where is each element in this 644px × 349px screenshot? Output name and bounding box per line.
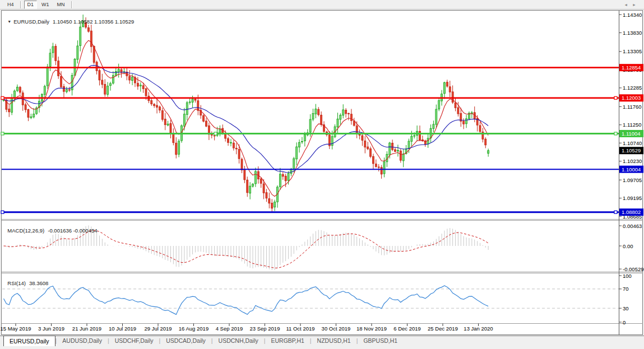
toolbar-divider xyxy=(20,1,21,8)
timeframe-button-h4[interactable]: H4 xyxy=(4,1,17,9)
chart-canvas: 1.143401.138301.133051.127951.122851.117… xyxy=(0,0,644,349)
date-label: 13 Jan 2020 xyxy=(464,325,493,332)
price-axis-label: 1.13830 xyxy=(623,30,642,36)
rsi-axis-label: 30 xyxy=(623,305,629,311)
date-label: 25 Dec 2019 xyxy=(428,325,458,332)
price-axis-label: 1.12285 xyxy=(623,85,642,91)
date-label: 10 Jul 2019 xyxy=(109,325,136,332)
price-axis-label: 1.14340 xyxy=(623,12,642,18)
chart-window-frame xyxy=(2,11,643,335)
price-badge-label: 1.08802 xyxy=(622,209,641,215)
date-label: 18 Nov 2019 xyxy=(356,325,387,332)
price-axis-label: 1.10230 xyxy=(623,158,642,164)
timeframe-toolbar: H4D1W1MN xyxy=(0,0,644,10)
macd-title: MACD(12,26,9)-0.001636 -0.000454 xyxy=(4,221,98,234)
macd-values: -0.001636 -0.000454 xyxy=(48,227,97,234)
tab-scroll-arrows: ◄► xyxy=(624,3,641,7)
macd-axis-label: 0.00463 xyxy=(623,223,642,229)
hline-handle[interactable] xyxy=(214,132,217,135)
hline-handle[interactable] xyxy=(614,96,617,99)
date-label: 11 Oct 2019 xyxy=(286,325,314,332)
chart-dropdown-icon[interactable]: ▼ xyxy=(7,20,11,24)
hline-handle[interactable] xyxy=(1,132,4,135)
price-axis-label: 1.09195 xyxy=(623,195,642,201)
date-label: 4 Sep 2019 xyxy=(216,325,243,332)
price-axis-label: 1.11250 xyxy=(623,122,642,128)
price-axis-label: 1.11760 xyxy=(623,104,642,110)
tab-scroll-left-icon[interactable]: ◄ xyxy=(624,3,632,7)
price-axis-label: 1.09705 xyxy=(623,177,642,183)
timeframe-button-mn[interactable]: MN xyxy=(54,1,68,9)
chart-ohlc-values: 1.10450 1.10582 1.10356 1.10529 xyxy=(53,18,134,25)
macd-axis-label: 0.00 xyxy=(623,243,633,249)
chart-symbol-label: EURUSD,Daily xyxy=(13,18,49,25)
date-label: 30 Oct 2019 xyxy=(322,325,351,332)
hline-handle[interactable] xyxy=(614,132,617,135)
date-label: 21 Jun 2019 xyxy=(72,325,101,332)
toolbar-divider xyxy=(71,1,72,8)
chart-title: ▼EURUSD,Daily1.10450 1.10582 1.10356 1.1… xyxy=(4,12,134,25)
macd-axis-label: -0.005299 xyxy=(623,266,644,272)
date-label: 23 Sep 2019 xyxy=(250,325,280,332)
price-badge-label: 1.12854 xyxy=(622,64,641,71)
rsi-axis-label: 100 xyxy=(623,273,632,279)
date-label: 16 Aug 2019 xyxy=(179,325,209,332)
hline-handle[interactable] xyxy=(1,211,4,213)
price-badge-label: 1.12003 xyxy=(622,95,641,101)
rsi-value: 38.3608 xyxy=(29,280,48,286)
date-label: 3 Jun 2019 xyxy=(38,325,64,332)
date-label: 15 May 2019 xyxy=(1,325,31,332)
tab-scroll-right-icon[interactable]: ► xyxy=(632,3,641,7)
hline-handle[interactable] xyxy=(614,211,617,213)
rsi-axis-label: 70 xyxy=(623,286,629,292)
date-label: 29 Jul 2019 xyxy=(144,325,172,332)
price-axis-label: 1.10740 xyxy=(623,140,642,146)
timeframe-button-w1[interactable]: W1 xyxy=(38,1,53,9)
rsi-label: RSI(14) xyxy=(7,280,26,286)
date-label: 6 Dec 2019 xyxy=(393,325,421,332)
macd-label: MACD(12,26,9) xyxy=(7,227,44,234)
price-badge-label: 1.11004 xyxy=(622,131,641,137)
price-axis-label: 1.13305 xyxy=(623,48,642,54)
rsi-title: RSI(14)38.3608 xyxy=(4,274,48,286)
price-badge-label: 1.10529 xyxy=(622,147,641,153)
price-badge-label: 1.10004 xyxy=(622,166,641,173)
timeframe-button-d1[interactable]: D1 xyxy=(24,1,38,9)
hline-handle[interactable] xyxy=(1,96,4,99)
rsi-axis-label: 0 xyxy=(623,319,626,325)
